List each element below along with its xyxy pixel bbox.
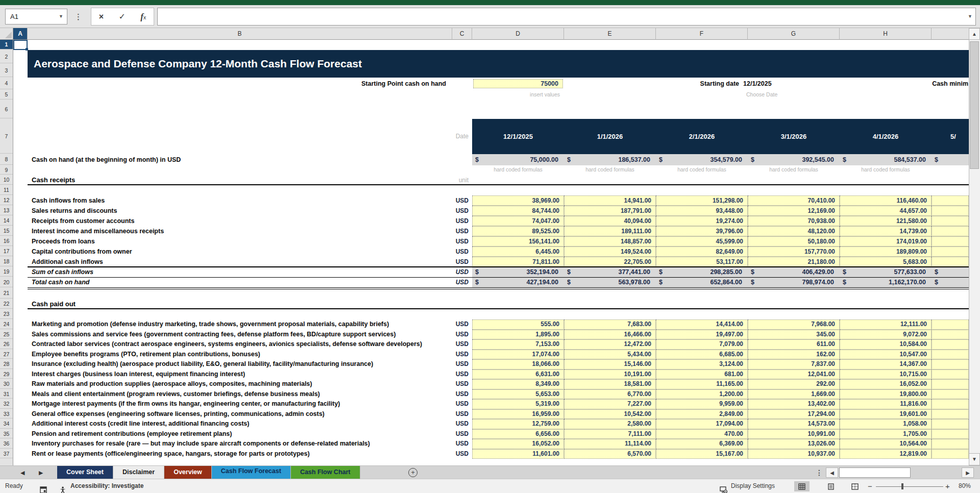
starting-date-value[interactable]: 12/1/2025 (743, 78, 799, 90)
receipt-cell-2-0[interactable]: 74,047.00 (472, 216, 564, 226)
receipt-cell-1-1[interactable]: 187,791.00 (564, 206, 656, 216)
receipt-label-1[interactable]: Sales returns and discounts (28, 206, 449, 216)
paid-cell-9-0[interactable]: 16,959.00 (472, 409, 564, 420)
receipt-label-4[interactable]: Proceeds from loans (28, 236, 449, 246)
paid-cell-10-4[interactable]: 1,058.00 (840, 419, 932, 429)
paid-unit-3[interactable]: USD (449, 350, 472, 360)
paid-cell-6-1[interactable]: 18,581.00 (564, 379, 656, 389)
paid-unit-0[interactable]: USD (449, 319, 472, 330)
paid-cell-5-2[interactable]: 681.00 (656, 369, 748, 380)
paid-cell-0-2[interactable]: 14,414.00 (656, 319, 748, 330)
paid-label-6[interactable]: Raw materials and production supplies (a… (28, 379, 449, 389)
paid-unit-2[interactable]: USD (449, 339, 472, 350)
receipt-cell-4-3[interactable]: 50,180.00 (748, 236, 840, 246)
row-header-33[interactable]: 33 (0, 409, 13, 419)
paid-label-0[interactable]: Marketing and promotion (defense industr… (28, 319, 449, 330)
row-header-30[interactable]: 30 (0, 379, 13, 389)
page-break-view-icon[interactable] (847, 481, 863, 491)
macro-record-icon[interactable] (40, 483, 47, 490)
paid-cell-12-3[interactable]: 13,026.00 (748, 439, 840, 449)
column-header-partial[interactable] (932, 28, 969, 40)
receipt-cell-1-3[interactable]: 12,169.00 (748, 206, 840, 216)
receipt-unit-1[interactable]: USD (449, 206, 472, 216)
paid-cell-3-1[interactable]: 5,434.00 (564, 350, 656, 360)
formula-bar-grip-icon[interactable]: ⋮ (75, 9, 82, 24)
receipt-cell-3-1[interactable]: 189,111.00 (564, 226, 656, 236)
row-header-4[interactable]: 4 (0, 78, 13, 89)
column-header-G[interactable]: G (748, 28, 840, 40)
paid-cell-8-2[interactable]: 9,959.00 (656, 399, 748, 409)
function-wizard-icon[interactable]: fx (140, 12, 146, 22)
receipt-cell-4-next[interactable] (932, 236, 969, 246)
paid-cell-10-next[interactable] (932, 419, 969, 429)
sheet-tab-cash-flow-chart[interactable]: Cash Flow Chart (291, 466, 360, 479)
paid-cell-4-1[interactable]: 15,146.00 (564, 359, 656, 369)
paid-cell-0-next[interactable] (932, 319, 969, 330)
receipt-cell-3-4[interactable]: 14,739.00 (840, 226, 932, 236)
paid-label-5[interactable]: Interest charges (business loan interest… (28, 369, 449, 380)
row-header-36[interactable]: 36 (0, 439, 13, 449)
receipt-cell-0-3[interactable]: 70,410.00 (748, 195, 840, 206)
paid-unit-11[interactable]: USD (449, 429, 472, 439)
paid-unit-1[interactable]: USD (449, 330, 472, 340)
receipt-cell-6-0[interactable]: 71,811.00 (472, 257, 564, 267)
sum-inflows-cell-4[interactable]: $577,633.00 (840, 267, 932, 277)
row-header-3[interactable]: 3 (0, 64, 13, 77)
receipt-cell-6-1[interactable]: 22,705.00 (564, 257, 656, 267)
receipt-cell-6-next[interactable] (932, 257, 969, 267)
paid-cell-9-next[interactable] (932, 409, 969, 420)
paid-cell-8-3[interactable]: 13,402.00 (748, 399, 840, 409)
paid-cell-11-1[interactable]: 7,111.00 (564, 429, 656, 439)
sum-inflows-cell-0[interactable]: $352,194.00 (472, 267, 564, 277)
paid-cell-11-0[interactable]: 6,656.00 (472, 429, 564, 439)
paid-cell-1-3[interactable]: 345.00 (748, 330, 840, 340)
paid-label-10[interactable]: Additional interest costs (credit line i… (28, 419, 449, 429)
date-header-0[interactable]: 12/1/2025 (472, 119, 564, 154)
paid-cell-7-1[interactable]: 6,770.00 (564, 389, 656, 400)
receipt-cell-1-next[interactable] (932, 206, 969, 216)
column-header-A[interactable]: A (13, 28, 28, 40)
receipt-cell-6-3[interactable]: 21,180.00 (748, 257, 840, 267)
row-header-19[interactable]: 19 (0, 267, 13, 277)
normal-view-icon[interactable] (794, 481, 810, 491)
selected-cell-a1[interactable] (13, 40, 28, 50)
paid-cell-9-4[interactable]: 19,601.00 (840, 409, 932, 420)
paid-cell-3-0[interactable]: 17,074.00 (472, 350, 564, 360)
corner-select-all[interactable] (0, 28, 13, 40)
paid-cell-7-4[interactable]: 19,800.00 (840, 389, 932, 400)
paid-cell-1-next[interactable] (932, 330, 969, 340)
zoom-level[interactable]: 80% (959, 479, 971, 493)
row-header-10[interactable]: 10 (0, 175, 13, 185)
paid-cell-10-3[interactable]: 14,573.00 (748, 419, 840, 429)
column-header-H[interactable]: H (840, 28, 932, 40)
receipt-unit-6[interactable]: USD (449, 257, 472, 267)
row-header-26[interactable]: 26 (0, 339, 13, 349)
paid-cell-3-2[interactable]: 6,685.00 (656, 350, 748, 360)
zoom-slider-thumb[interactable] (901, 483, 903, 489)
row-header-37[interactable]: 37 (0, 449, 13, 459)
cash-on-hand-cell-0[interactable]: $75,000.00 (472, 154, 564, 165)
column-header-E[interactable]: E (564, 28, 656, 40)
zoom-in-icon[interactable]: + (945, 479, 950, 493)
row-header-31[interactable]: 31 (0, 389, 13, 399)
paid-cell-5-3[interactable]: 12,041.00 (748, 369, 840, 380)
starting-point-input[interactable]: 75000 (473, 79, 563, 88)
date-header-2[interactable]: 2/1/2026 (656, 119, 748, 154)
sum-inflows-label[interactable]: Sum of cash inflows (28, 267, 449, 277)
paid-label-8[interactable]: Mortgage interest payments (if the firm … (28, 399, 449, 409)
receipt-cell-4-2[interactable]: 45,599.00 (656, 236, 748, 246)
formula-input[interactable]: ▼ (157, 8, 976, 26)
receipt-cell-6-4[interactable]: 5,683.00 (840, 257, 932, 267)
date-header-1[interactable]: 1/1/2026 (564, 119, 656, 154)
cash-on-hand-cell-2[interactable]: $354,579.00 (656, 154, 748, 165)
row-header-9[interactable]: 9 (0, 165, 13, 175)
paid-cell-6-0[interactable]: 8,349.00 (472, 379, 564, 389)
paid-cell-3-3[interactable]: 162.00 (748, 350, 840, 360)
starting-date-label[interactable]: Starting date (638, 78, 739, 90)
receipt-cell-5-2[interactable]: 82,649.00 (656, 246, 748, 257)
cash-on-hand-label[interactable]: Cash on hand (at the beginning of month)… (28, 155, 449, 165)
cancel-entry-icon[interactable]: × (99, 12, 104, 21)
paid-cell-3-next[interactable] (932, 350, 969, 360)
column-header-D[interactable]: D (472, 28, 564, 40)
paid-cell-12-next[interactable] (932, 439, 969, 449)
